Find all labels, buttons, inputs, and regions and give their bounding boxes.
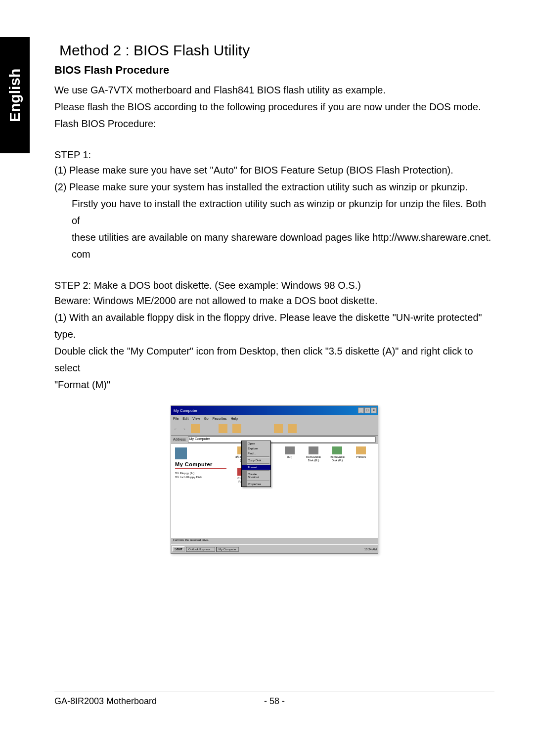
section-title: BIOS Flash Procedure bbox=[54, 64, 494, 77]
window-statusbar: Formats the selected drive. bbox=[171, 537, 378, 544]
toolbar-views-icon[interactable] bbox=[288, 424, 297, 433]
window-title: My Computer bbox=[172, 408, 197, 413]
drive-label: (D:) bbox=[287, 455, 292, 459]
screenshot-container: My Computer _ □ × File Edit View Go Favo… bbox=[54, 405, 494, 554]
address-input[interactable]: My Computer bbox=[188, 437, 376, 443]
hard-drive-icon bbox=[285, 446, 295, 454]
drive-label: Removable Disk (F:) bbox=[328, 455, 346, 462]
ctx-shortcut[interactable]: Create Shortcut bbox=[242, 472, 270, 480]
ctx-copydisk[interactable]: Copy Disk... bbox=[242, 458, 270, 463]
step2-item1-cont1: Double click the "My Computer" icon from… bbox=[54, 343, 494, 376]
menu-help[interactable]: Help bbox=[231, 417, 238, 420]
step1-item2: (2) Please make sure your system has ins… bbox=[54, 178, 494, 195]
taskbar-app2[interactable]: My Computer bbox=[216, 547, 239, 552]
toolbar-paste-icon[interactable] bbox=[232, 424, 241, 433]
ctx-separator bbox=[243, 470, 269, 471]
page-content: Method 2 : BIOS Flash Utility BIOS Flash… bbox=[54, 42, 494, 554]
window-toolbar: ← → bbox=[171, 422, 378, 436]
window-sidebar: My Computer 3½ Floppy (A:) 3½ Inch Flopp… bbox=[171, 444, 230, 537]
menu-go[interactable]: Go bbox=[204, 417, 208, 420]
footer-product: GA-8IR2003 Motherboard bbox=[54, 696, 264, 707]
ctx-explore[interactable]: Explore bbox=[242, 446, 270, 451]
step2-heading: STEP 2: Make a DOS boot diskette. (See e… bbox=[54, 280, 494, 291]
step1-item2-cont2: these utilities are available on many sh… bbox=[54, 229, 494, 246]
step2-beware: Beware: Windows ME/2000 are not allowed … bbox=[54, 292, 494, 309]
drive-d[interactable]: (D:) bbox=[281, 446, 299, 462]
ctx-separator bbox=[243, 456, 269, 457]
toolbar-forward[interactable]: → bbox=[182, 427, 186, 431]
language-tab: English bbox=[0, 37, 30, 153]
sidebar-title: My Computer bbox=[175, 461, 226, 469]
toolbar-delete-icon[interactable] bbox=[260, 424, 269, 433]
step1-item2-cont1: Firstly you have to install the extracti… bbox=[54, 195, 494, 229]
taskbar-apps: Start Outlook Express... My Computer bbox=[172, 546, 239, 552]
drive-label: Printers bbox=[356, 455, 366, 459]
menu-view[interactable]: View bbox=[192, 417, 200, 420]
intro-line1: We use GA-7VTX motherboard and Flash841 … bbox=[54, 82, 494, 98]
context-menu: Open Explore Find... Copy Disk... Format… bbox=[241, 441, 271, 487]
intro-line3: Flash BIOS Procedure: bbox=[54, 115, 494, 132]
printers-icon bbox=[356, 446, 366, 454]
ctx-separator bbox=[243, 480, 269, 481]
toolbar-back[interactable]: ← bbox=[174, 427, 178, 431]
removable-drive-icon bbox=[332, 446, 342, 454]
window-addressbar: Address My Computer bbox=[171, 436, 378, 444]
step2-item1-cont2: "Format (M)" bbox=[54, 376, 494, 393]
window-controls: _ □ × bbox=[358, 407, 377, 413]
mycomputer-icon bbox=[175, 447, 187, 459]
menu-edit[interactable]: Edit bbox=[182, 417, 188, 420]
toolbar-cut-icon[interactable] bbox=[205, 424, 214, 433]
start-button[interactable]: Start bbox=[172, 546, 185, 552]
toolbar-properties-icon[interactable] bbox=[274, 424, 283, 433]
method-title: Method 2 : BIOS Flash Utility bbox=[59, 42, 494, 59]
toolbar-up-icon[interactable] bbox=[191, 424, 200, 433]
drive-removable-f[interactable]: Removable Disk (F:) bbox=[328, 446, 346, 462]
step1-heading: STEP 1: bbox=[54, 149, 494, 161]
footer-right bbox=[285, 696, 494, 707]
maximize-button[interactable]: □ bbox=[364, 407, 370, 413]
tray-time: 10:24 AM bbox=[364, 548, 377, 551]
printers-folder[interactable]: Printers bbox=[352, 446, 370, 462]
taskbar: Start Outlook Express... My Computer 10:… bbox=[171, 544, 378, 553]
drive-removable-e[interactable]: Removable Disk (E:) bbox=[305, 446, 322, 462]
ctx-format[interactable]: Format... bbox=[242, 465, 270, 470]
minimize-button[interactable]: _ bbox=[358, 407, 364, 413]
page-footer: GA-8IR2003 Motherboard - 58 - bbox=[54, 692, 494, 707]
toolbar-undo-icon[interactable] bbox=[246, 424, 255, 433]
windows-screenshot: My Computer _ □ × File Edit View Go Favo… bbox=[171, 405, 378, 554]
ctx-find[interactable]: Find... bbox=[242, 451, 270, 456]
window-menubar: File Edit View Go Favorites Help bbox=[171, 415, 378, 422]
removable-drive-icon bbox=[309, 446, 318, 454]
step2-item1: (1) With an available floppy disk in the… bbox=[54, 309, 494, 343]
sidebar-floppy-text: 3½ Floppy (A:) bbox=[175, 472, 226, 476]
ctx-separator bbox=[243, 463, 269, 464]
window-titlebar: My Computer _ □ × bbox=[171, 406, 378, 415]
ctx-properties[interactable]: Properties bbox=[242, 482, 270, 487]
close-button[interactable]: × bbox=[371, 407, 377, 413]
taskbar-app1[interactable]: Outlook Express... bbox=[186, 547, 215, 552]
system-tray: 10:24 AM bbox=[364, 548, 377, 551]
step1-item1: (1) Please make sure you have set "Auto"… bbox=[54, 162, 494, 178]
menu-file[interactable]: File bbox=[173, 417, 178, 420]
address-label: Address bbox=[173, 438, 186, 441]
drive-label: Removable Disk (E:) bbox=[305, 455, 322, 462]
footer-page-number: - 58 - bbox=[264, 696, 285, 707]
ctx-open[interactable]: Open bbox=[242, 441, 270, 446]
intro-line2: Please flash the BIOS according to the f… bbox=[54, 98, 494, 115]
sidebar-disk-text: 3½ Inch Floppy Disk bbox=[175, 476, 226, 480]
step1-item2-cont3: com bbox=[54, 246, 494, 263]
toolbar-copy-icon[interactable] bbox=[219, 424, 227, 433]
menu-favorites[interactable]: Favorites bbox=[213, 417, 227, 420]
window-body: My Computer 3½ Floppy (A:) 3½ Inch Flopp… bbox=[171, 444, 378, 537]
